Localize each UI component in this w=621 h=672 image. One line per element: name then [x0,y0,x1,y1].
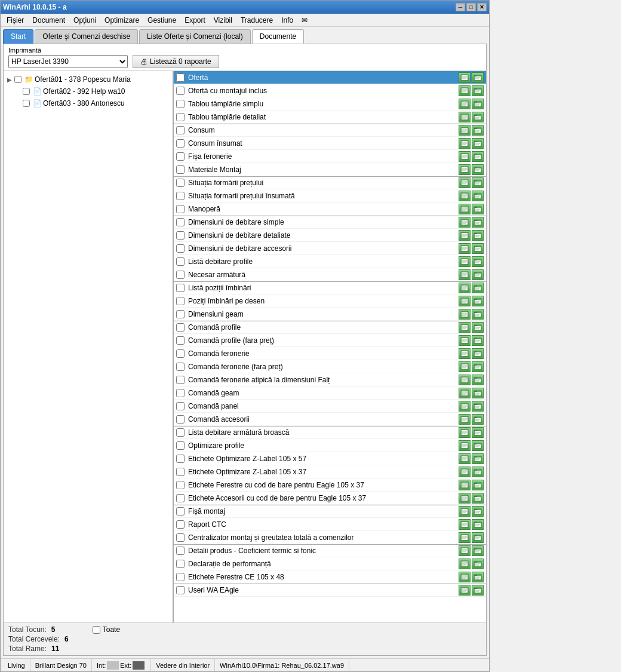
tree-item-2[interactable]: 📄 Ofertă02 - 392 Help wa10 [6,85,170,97]
doc-checkbox-34[interactable] [176,507,185,515]
tree-checkbox-2[interactable] [23,88,30,95]
doc-preview-btn-31[interactable] [459,467,471,477]
doc-row[interactable]: Situația formării prețului [174,176,486,189]
doc-checkbox-15[interactable] [176,257,185,266]
maximize-button[interactable]: □ [466,3,476,11]
doc-checkbox-12[interactable] [176,218,185,226]
doc-preview-btn-6[interactable] [459,138,471,149]
doc-checkbox-5[interactable] [176,126,185,134]
doc-checkbox-8[interactable] [176,165,185,174]
doc-preview-btn-22[interactable] [459,348,471,359]
menu-info[interactable]: Info [278,15,297,26]
doc-checkbox-27[interactable] [176,415,185,424]
doc-checkbox-32[interactable] [176,481,185,489]
toate-checkbox[interactable] [93,626,100,634]
doc-preview-btn-21[interactable] [459,335,471,346]
doc-checkbox-3[interactable] [176,100,185,108]
doc-preview-btn-36[interactable] [459,532,471,543]
printer-select[interactable]: HP LaserJet 3390 [8,55,128,68]
doc-open-btn-14[interactable] [472,243,484,254]
doc-checkbox-13[interactable] [176,231,185,240]
doc-open-btn-4[interactable] [472,112,484,122]
doc-row[interactable]: Declarație de performanță [174,557,486,570]
menu-email-icon[interactable]: ✉ [298,15,311,26]
doc-row[interactable]: Comandă feronerie atipică la dimensiuni … [174,373,486,386]
menu-vizibil[interactable]: Vizibil [210,15,236,26]
doc-preview-btn-4[interactable] [459,112,471,122]
doc-preview-btn-18[interactable] [459,296,471,306]
doc-preview-btn-24[interactable] [459,375,471,385]
doc-preview-btn-9[interactable] [459,177,471,188]
print-button[interactable]: 🖨 Listează 0 rapoarte [133,55,219,68]
doc-row[interactable]: Materiale Montaj [174,163,486,176]
doc-open-btn-35[interactable] [472,519,484,530]
doc-checkbox-2[interactable] [176,87,185,95]
menu-fisier[interactable]: Fișier [3,15,27,26]
doc-preview-btn-33[interactable] [459,493,471,504]
doc-preview-btn-15[interactable] [459,256,471,267]
doc-row[interactable]: Dimensiuni geam [174,308,486,321]
doc-open-btn-18[interactable] [472,296,484,306]
doc-preview-btn-11[interactable] [459,204,471,214]
doc-open-btn-9[interactable] [472,177,484,188]
doc-checkbox-18[interactable] [176,297,185,305]
doc-row[interactable]: Listă debitare profile [174,255,486,268]
menu-traducere[interactable]: Traducere [237,15,276,26]
doc-open-btn-11[interactable] [472,204,484,214]
tab-liste[interactable]: Liste Oferte și Comenzi (local) [139,29,251,44]
doc-open-btn-15[interactable] [472,256,484,267]
doc-row[interactable]: Etichete Accesorii cu cod de bare pentru… [174,492,486,505]
doc-checkbox-33[interactable] [176,494,185,502]
doc-open-btn-12[interactable] [472,217,484,228]
doc-open-btn-34[interactable] [472,506,484,517]
doc-checkbox-29[interactable] [176,441,185,450]
doc-checkbox-24[interactable] [176,376,185,384]
doc-preview-btn-3[interactable] [459,99,471,109]
doc-open-btn-32[interactable] [472,480,484,490]
doc-open-btn-37[interactable] [472,545,484,556]
doc-preview-btn-34[interactable] [459,506,471,517]
doc-row[interactable]: Comandă profile [174,321,486,334]
doc-open-btn-33[interactable] [472,493,484,504]
doc-preview-btn-16[interactable] [459,269,471,280]
doc-row[interactable]: Comandă accesorii [174,413,486,426]
doc-open-btn-5[interactable] [472,125,484,136]
doc-row[interactable]: Centralizator montaj și greutatea totală… [174,531,486,544]
doc-row[interactable]: Poziți îmbinări pe desen [174,294,486,308]
doc-row[interactable]: Fișă montaj [174,505,486,518]
doc-open-btn-17[interactable] [472,283,484,293]
doc-row[interactable]: Ofertă [174,71,486,84]
doc-row[interactable]: Comandă profile (fara preț) [174,334,486,347]
doc-checkbox-16[interactable] [176,271,185,279]
doc-preview-btn-40[interactable] [459,585,471,596]
doc-open-btn-27[interactable] [472,414,484,425]
doc-checkbox-9[interactable] [176,179,185,187]
doc-row[interactable]: Dimensiuni de debitare detaliate [174,229,486,242]
doc-preview-btn-38[interactable] [459,559,471,569]
tab-oferte-comenzi[interactable]: Oferte și Comenzi deschise [35,29,138,44]
tab-documente[interactable]: Documente [252,29,304,44]
doc-open-btn-1[interactable] [472,72,484,83]
doc-open-btn-7[interactable] [472,151,484,162]
doc-row[interactable]: Etichete Optimizare Z-Label 105 x 57 [174,452,486,465]
doc-open-btn-20[interactable] [472,322,484,333]
doc-preview-btn-8[interactable] [459,164,471,175]
doc-row[interactable]: Raport CTC [174,518,486,531]
doc-row[interactable]: Necesar armătură [174,268,486,281]
doc-row[interactable]: Consum însumat [174,137,486,150]
doc-checkbox-1[interactable] [176,73,185,82]
doc-open-btn-40[interactable] [472,585,484,596]
doc-checkbox-22[interactable] [176,349,185,358]
doc-preview-btn-37[interactable] [459,545,471,556]
doc-checkbox-11[interactable] [176,205,185,213]
doc-row[interactable]: Tablou tâmplărie detaliat [174,111,486,124]
doc-preview-btn-32[interactable] [459,480,471,490]
doc-row[interactable]: Comandă feronerie (fara preț) [174,360,486,373]
doc-open-btn-38[interactable] [472,559,484,569]
doc-row[interactable]: Manoperă [174,202,486,216]
doc-open-btn-36[interactable] [472,532,484,543]
doc-row[interactable]: Situația formarii prețului însumată [174,189,486,202]
doc-open-btn-30[interactable] [472,453,484,464]
doc-checkbox-40[interactable] [176,586,185,594]
doc-preview-btn-12[interactable] [459,217,471,228]
